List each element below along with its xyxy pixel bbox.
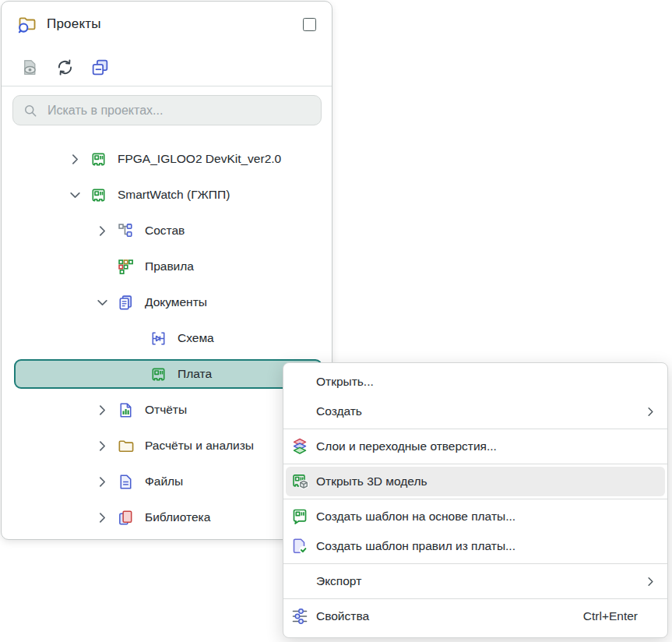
toolbar-separator (2, 86, 332, 86)
tree-item-label: FPGA_IGLOO2 DevKit_ver2.0 (118, 152, 281, 166)
reports-icon (117, 401, 135, 419)
menu-item-properties[interactable]: Свойства Ctrl+Enter (283, 601, 667, 631)
menu-separator (283, 563, 667, 564)
document-preview-button[interactable] (19, 56, 40, 78)
tree-item-label: Схема (178, 331, 214, 345)
menu-item-label: Свойства (316, 609, 369, 623)
tree-item-label: Расчёты и анализы (145, 439, 254, 453)
chevron-down-icon[interactable] (94, 295, 110, 310)
submenu-chevron-icon (644, 575, 656, 587)
menu-item-label: Слои и переходные отверстия... (316, 439, 497, 453)
tree-item-label: Состав (145, 224, 185, 238)
board-icon (90, 186, 107, 204)
rules-template-icon (290, 536, 310, 556)
search-input[interactable] (47, 104, 311, 118)
schematic-icon (150, 330, 167, 347)
collapse-all-button[interactable] (89, 56, 111, 78)
tree-item-label: SmartWatch (ГЖПП) (118, 188, 230, 202)
documents-icon (117, 294, 135, 312)
menu-separator (283, 464, 667, 464)
menu-item-open-3d-model[interactable]: Открыть 3D модель (286, 467, 665, 496)
folder-icon (117, 437, 135, 455)
file-icon (117, 473, 135, 491)
menu-item-label: Создать шаблон правил из платы... (316, 539, 515, 553)
panel-header: Проекты (2, 2, 332, 47)
chevron-right-icon[interactable] (67, 151, 83, 167)
tree-item-label: Отчёты (145, 403, 187, 417)
tree-item-smartwatch[interactable]: SmartWatch (ГЖПП) (2, 177, 332, 213)
tree-item-label: Правила (145, 259, 194, 273)
screen: Проекты (0, 0, 672, 642)
tree-item-label: Документы (145, 295, 207, 309)
rules-icon (117, 258, 135, 276)
chevron-right-icon[interactable] (94, 510, 110, 525)
tree-item-pravila[interactable]: Правила (2, 249, 332, 284)
tree-item-fpga-igloo2[interactable]: FPGA_IGLOO2 DevKit_ver2.0 (2, 141, 332, 177)
board-template-icon (290, 506, 310, 527)
layers-icon (290, 436, 310, 457)
menu-item-label: Экспорт (316, 574, 361, 588)
properties-sliders-icon (290, 606, 310, 626)
structure-icon (117, 222, 135, 240)
context-menu: Открыть... Создать Слои и переходные отв… (283, 362, 668, 638)
chevron-right-icon[interactable] (94, 438, 110, 453)
chevron-right-icon[interactable] (94, 474, 110, 489)
menu-item-export[interactable]: Экспорт (283, 566, 667, 596)
menu-item-create-rules-template[interactable]: Создать шаблон правил из платы... (283, 531, 667, 561)
chevron-right-icon[interactable] (94, 223, 110, 238)
panel-title: Проекты (47, 16, 101, 32)
tree-item-label: Библиотека (145, 510, 210, 524)
tree-item-label: Плата (178, 367, 212, 381)
menu-item-open[interactable]: Открыть... (283, 367, 667, 397)
menu-item-label: Создать (316, 404, 362, 418)
search-icon (23, 103, 38, 118)
submenu-chevron-icon (644, 405, 656, 418)
tree-item-sostav[interactable]: Состав (2, 213, 332, 249)
panel-toolbar (19, 53, 111, 81)
tree-item-shema[interactable]: Схема (2, 320, 332, 356)
board-3d-icon (290, 471, 310, 492)
menu-item-label: Открыть... (316, 375, 374, 389)
projects-folder-search-icon (17, 14, 37, 34)
menu-item-shortcut: Ctrl+Enter (583, 609, 656, 623)
chevron-down-icon[interactable] (67, 187, 83, 203)
menu-item-create-board-template[interactable]: Создать шаблон на основе платы... (283, 502, 667, 531)
library-icon (117, 509, 135, 527)
tree-item-label: Файлы (145, 474, 183, 489)
board-icon (90, 150, 107, 168)
chevron-right-icon[interactable] (94, 402, 110, 418)
menu-item-label: Создать шаблон на основе платы... (316, 510, 515, 524)
board-icon (150, 365, 167, 383)
tree-item-dokumenty[interactable]: Документы (2, 284, 332, 320)
refresh-button[interactable] (54, 56, 76, 78)
menu-item-create[interactable]: Создать (283, 397, 667, 426)
menu-separator (283, 598, 667, 599)
maximize-button[interactable] (303, 18, 316, 31)
menu-item-label: Открыть 3D модель (316, 474, 427, 489)
menu-item-layers[interactable]: Слои и переходные отверстия... (283, 432, 667, 461)
menu-separator (283, 429, 667, 429)
menu-separator (283, 499, 667, 499)
search-box[interactable] (12, 95, 322, 125)
